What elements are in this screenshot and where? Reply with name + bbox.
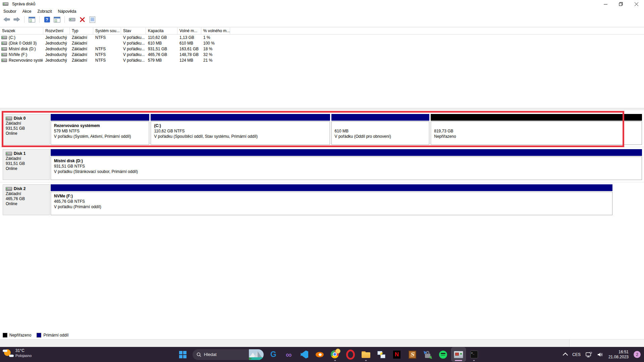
volume-capacity: 110,62 GB [146,35,177,40]
visual-studio-icon[interactable]: ∞ [282,348,296,361]
drive-icon [1,59,7,62]
tray-overflow-chevron-icon[interactable] [563,353,568,358]
volumes-list: Svazek Rozvržení Typ Systém sou... Stav … [0,27,644,108]
volume-row-d[interactable]: Místní disk (D:) Jednoduchý Základní NTF… [0,46,644,52]
volume-row-f[interactable]: NVMe (F:) Jednoduchý Základní NTFS V poř… [0,52,644,57]
start-button[interactable] [176,348,190,361]
column-stav[interactable]: Stav [121,27,146,34]
forward-icon[interactable] [13,15,21,23]
volume-name: Rezervováno systé... [9,58,43,63]
partition-color-bar [331,114,430,121]
partly-cloudy-icon [3,349,13,358]
vpn-lock-icon[interactable] [421,348,435,361]
close-button[interactable] [629,0,644,8]
show-console-tree-icon[interactable] [28,15,36,23]
show-actions-pane-icon[interactable] [53,15,61,23]
partition-d[interactable]: Místní disk (D:) 931,51 GB NTFS V pořádk… [51,149,642,180]
active-app-indicator [455,360,462,361]
volume-row-c[interactable]: (C:) Jednoduchý Základní NTFS V pořádku.… [0,35,644,40]
restore-button[interactable] [613,0,629,8]
minimize-button[interactable] [598,0,613,8]
chrome-icon[interactable] [328,348,342,361]
volume-free: 148,78 GB [177,52,201,57]
disk-size: 931,51 GB [6,126,47,131]
partition-status: V pořádku (Systém, Aktivní, Primární odd… [54,134,146,139]
column-system[interactable]: Systém sou... [93,27,121,34]
menu-soubor[interactable]: Soubor [3,8,20,14]
volume-row-disk0-oddil3[interactable]: (Disk 0 Oddíl 3) Jednoduchý Základní V p… [0,40,644,46]
partition-unallocated[interactable]: 819,73 GB Nepřiřazeno [431,114,642,145]
volume-status: V pořádku... [121,52,146,57]
disk-name: Disk 2 [14,186,25,191]
partition-info: 610 MB [335,128,426,134]
search-box[interactable]: Hledat [193,349,264,360]
spotify-icon[interactable] [436,348,450,361]
partition-status: V pořádku (Spouštěcí oddíl, Stav systému… [154,134,326,139]
refresh-disk-icon[interactable] [68,15,76,23]
disk-size: 931,51 GB [6,161,47,166]
language-indicator[interactable]: CES [572,352,581,357]
menu-zobrazit[interactable]: Zobrazit [37,8,55,14]
volume-row-system-reserved[interactable]: Rezervováno systé... Jednoduchý Základní… [0,57,644,63]
column-kapacita[interactable]: Kapacita [146,27,177,34]
volume-name: Místní disk (D:) [9,47,36,51]
disk1-header[interactable]: Disk 1 Základní 931,51 GB Online [3,149,50,180]
partition-status: V pořádku (Oddíl pro obnovení) [335,134,426,139]
volume-fs: NTFS [93,47,121,51]
file-explorer-icon[interactable] [359,348,373,361]
notification-badge[interactable]: 2 [634,351,641,358]
help-icon[interactable]: ? [43,15,51,23]
sublime-app-icon[interactable]: S [405,348,419,361]
time: 16:51 [608,350,629,355]
partition-system-reserved[interactable]: Rezervováno systémem 579 MB NTFS V pořád… [51,114,149,145]
volume-fs: NTFS [93,58,121,63]
volume-fs: NTFS [93,35,121,40]
volume-status: V pořádku... [121,58,146,63]
menu-akce[interactable]: Akce [22,8,35,14]
legend-label: Nepřiřazeno [9,333,31,338]
column-svazek[interactable]: Svazek [0,27,43,34]
winscp-icon[interactable] [374,348,388,361]
weather-widget[interactable]: 31°C Polojasno [3,348,32,358]
delete-volume-icon[interactable] [78,15,86,23]
disk2-header[interactable]: Disk 2 Základní 465,76 GB Online [3,184,50,215]
disk-management-taskbar-icon[interactable] [451,348,466,361]
drive-icon [1,36,7,39]
menu-napoveda[interactable]: Nápověda [58,8,80,14]
network-icon[interactable] [586,352,592,357]
search-highlight-image [249,349,264,360]
drive-icon [1,47,7,51]
status-bar [0,339,644,347]
column-volne[interactable]: Volné m... [177,27,201,34]
properties-icon[interactable] [88,15,96,23]
opera-icon[interactable] [343,348,358,361]
taskbar: 31°C Polojasno Hledat G ∞ [0,347,644,362]
partition-info: 110,62 GB NTFS [154,128,326,134]
app-icon [3,2,8,6]
column-typ[interactable]: Typ [70,27,93,34]
partition-status: V pořádku (Primární oddíl) [54,204,609,209]
column-rozvrzeni[interactable]: Rozvržení [43,27,70,34]
volume-icon[interactable] [597,352,603,357]
vscode-icon[interactable] [297,348,311,361]
partition-f[interactable]: NVMe (F:) 465,76 GB NTFS V pořádku (Prim… [51,184,612,215]
partition-recovery[interactable]: 610 MB V pořádku (Oddíl pro obnovení) [331,114,430,145]
volume-free-pct: 21 % [201,58,230,63]
chrome-profile-badge [335,349,340,354]
partition-title: (C:) [154,123,326,128]
volume-layout: Jednoduchý [43,58,70,63]
menu-bar: Soubor Akce Zobrazit Nápověda [0,8,644,15]
geforce-app-icon[interactable]: G [266,348,280,361]
blender-icon[interactable] [313,348,327,361]
search-placeholder: Hledat [204,352,249,357]
terminal-icon[interactable]: >_ [467,348,481,361]
partition-c[interactable]: (C:) 110,62 GB NTFS V pořádku (Spouštěcí… [151,114,330,145]
disk0-header[interactable]: Disk 0 Základní 931,51 GB Online [3,114,50,145]
search-icon [197,352,201,357]
clock[interactable]: 16:51 21.08.2023 [608,350,629,360]
back-icon[interactable] [3,15,11,23]
netflix-icon[interactable]: N [390,348,404,361]
volume-status: V pořádku... [121,47,146,51]
column-procento[interactable]: % volného m... [201,27,230,34]
disk-name: Disk 0 [14,116,25,121]
